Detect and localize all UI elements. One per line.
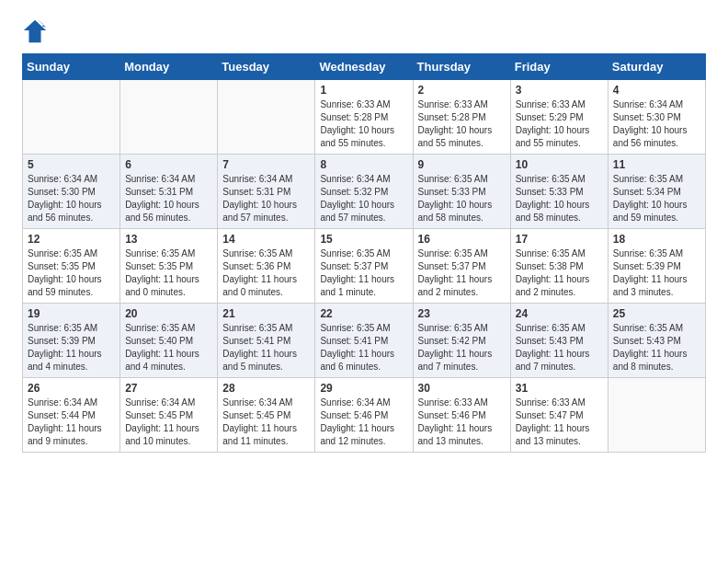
day-number: 13 [125, 233, 212, 246]
day-number: 11 [613, 158, 700, 171]
day-info: Sunrise: 6:35 AM Sunset: 5:35 PM Dayligh… [125, 247, 212, 299]
weekday-header-tuesday: Tuesday [218, 54, 315, 80]
day-number: 7 [222, 158, 310, 171]
calendar-cell: 19Sunrise: 6:35 AM Sunset: 5:39 PM Dayli… [23, 304, 120, 378]
day-info: Sunrise: 6:34 AM Sunset: 5:45 PM Dayligh… [125, 396, 212, 448]
weekday-header-thursday: Thursday [413, 54, 510, 80]
day-number: 5 [28, 158, 115, 171]
weekday-header-saturday: Saturday [608, 54, 705, 80]
day-number: 1 [320, 84, 407, 97]
calendar-cell: 23Sunrise: 6:35 AM Sunset: 5:42 PM Dayli… [413, 304, 510, 378]
day-number: 19 [28, 307, 115, 320]
day-number: 16 [418, 233, 506, 246]
calendar-cell: 10Sunrise: 6:35 AM Sunset: 5:33 PM Dayli… [510, 155, 608, 229]
day-number: 2 [418, 84, 506, 97]
day-number: 31 [516, 382, 603, 395]
calendar-cell: 21Sunrise: 6:35 AM Sunset: 5:41 PM Dayli… [218, 304, 315, 378]
calendar-cell: 22Sunrise: 6:35 AM Sunset: 5:41 PM Dayli… [315, 304, 413, 378]
day-number: 27 [125, 382, 212, 395]
day-number: 9 [418, 158, 506, 171]
day-info: Sunrise: 6:35 AM Sunset: 5:36 PM Dayligh… [222, 247, 310, 299]
calendar-cell: 26Sunrise: 6:34 AM Sunset: 5:44 PM Dayli… [23, 378, 120, 453]
weekday-header-monday: Monday [120, 54, 218, 80]
day-number: 14 [222, 233, 310, 246]
calendar-cell: 9Sunrise: 6:35 AM Sunset: 5:33 PM Daylig… [413, 155, 510, 229]
calendar-cell: 28Sunrise: 6:34 AM Sunset: 5:45 PM Dayli… [218, 378, 315, 453]
day-number: 4 [613, 84, 700, 97]
calendar-cell: 27Sunrise: 6:34 AM Sunset: 5:45 PM Dayli… [120, 378, 218, 453]
calendar-week-3: 12Sunrise: 6:35 AM Sunset: 5:35 PM Dayli… [23, 229, 706, 304]
calendar-week-2: 5Sunrise: 6:34 AM Sunset: 5:30 PM Daylig… [23, 155, 706, 229]
calendar-cell: 4Sunrise: 6:34 AM Sunset: 5:30 PM Daylig… [608, 80, 705, 155]
calendar-cell: 3Sunrise: 6:33 AM Sunset: 5:29 PM Daylig… [510, 80, 608, 155]
calendar-cell: 12Sunrise: 6:35 AM Sunset: 5:35 PM Dayli… [23, 229, 120, 304]
calendar-cell: 18Sunrise: 6:35 AM Sunset: 5:39 PM Dayli… [608, 229, 705, 304]
calendar-week-1: 1Sunrise: 6:33 AM Sunset: 5:28 PM Daylig… [23, 80, 706, 155]
calendar-week-5: 26Sunrise: 6:34 AM Sunset: 5:44 PM Dayli… [23, 378, 706, 453]
day-info: Sunrise: 6:35 AM Sunset: 5:33 PM Dayligh… [516, 173, 603, 224]
day-info: Sunrise: 6:35 AM Sunset: 5:42 PM Dayligh… [418, 322, 506, 373]
calendar-cell: 13Sunrise: 6:35 AM Sunset: 5:35 PM Dayli… [120, 229, 218, 304]
calendar-cell: 20Sunrise: 6:35 AM Sunset: 5:40 PM Dayli… [120, 304, 218, 378]
day-info: Sunrise: 6:35 AM Sunset: 5:34 PM Dayligh… [613, 173, 700, 224]
calendar-cell: 11Sunrise: 6:35 AM Sunset: 5:34 PM Dayli… [608, 155, 705, 229]
day-number: 20 [125, 307, 212, 320]
calendar-cell [218, 80, 315, 155]
day-info: Sunrise: 6:34 AM Sunset: 5:46 PM Dayligh… [320, 396, 407, 448]
day-info: Sunrise: 6:35 AM Sunset: 5:37 PM Dayligh… [418, 247, 506, 299]
calendar-cell: 25Sunrise: 6:35 AM Sunset: 5:43 PM Dayli… [608, 304, 705, 378]
day-info: Sunrise: 6:35 AM Sunset: 5:41 PM Dayligh… [320, 322, 407, 373]
day-number: 26 [28, 382, 115, 395]
day-info: Sunrise: 6:33 AM Sunset: 5:29 PM Dayligh… [516, 98, 603, 150]
logo-icon [22, 18, 48, 44]
calendar-cell: 5Sunrise: 6:34 AM Sunset: 5:30 PM Daylig… [23, 155, 120, 229]
calendar-cell: 14Sunrise: 6:35 AM Sunset: 5:36 PM Dayli… [218, 229, 315, 304]
calendar-cell: 17Sunrise: 6:35 AM Sunset: 5:38 PM Dayli… [510, 229, 608, 304]
calendar-cell: 15Sunrise: 6:35 AM Sunset: 5:37 PM Dayli… [315, 229, 413, 304]
day-info: Sunrise: 6:35 AM Sunset: 5:39 PM Dayligh… [28, 322, 115, 373]
day-info: Sunrise: 6:33 AM Sunset: 5:46 PM Dayligh… [418, 396, 506, 448]
day-info: Sunrise: 6:35 AM Sunset: 5:37 PM Dayligh… [320, 247, 407, 299]
day-number: 18 [613, 233, 700, 246]
calendar-cell [120, 80, 218, 155]
calendar: SundayMondayTuesdayWednesdayThursdayFrid… [22, 53, 706, 453]
day-info: Sunrise: 6:35 AM Sunset: 5:41 PM Dayligh… [222, 322, 310, 373]
page: SundayMondayTuesdayWednesdayThursdayFrid… [0, 0, 728, 471]
calendar-week-4: 19Sunrise: 6:35 AM Sunset: 5:39 PM Dayli… [23, 304, 706, 378]
calendar-cell [608, 378, 705, 453]
calendar-cell: 29Sunrise: 6:34 AM Sunset: 5:46 PM Dayli… [315, 378, 413, 453]
day-number: 10 [516, 158, 603, 171]
day-info: Sunrise: 6:35 AM Sunset: 5:43 PM Dayligh… [613, 322, 700, 373]
day-number: 28 [222, 382, 310, 395]
day-number: 29 [320, 382, 407, 395]
calendar-cell: 16Sunrise: 6:35 AM Sunset: 5:37 PM Dayli… [413, 229, 510, 304]
day-number: 21 [222, 307, 310, 320]
day-number: 3 [516, 84, 603, 97]
calendar-cell [23, 80, 120, 155]
calendar-cell: 7Sunrise: 6:34 AM Sunset: 5:31 PM Daylig… [218, 155, 315, 229]
day-info: Sunrise: 6:34 AM Sunset: 5:31 PM Dayligh… [222, 173, 310, 224]
header [22, 18, 706, 44]
day-info: Sunrise: 6:35 AM Sunset: 5:43 PM Dayligh… [516, 322, 603, 373]
calendar-cell: 6Sunrise: 6:34 AM Sunset: 5:31 PM Daylig… [120, 155, 218, 229]
calendar-cell: 2Sunrise: 6:33 AM Sunset: 5:28 PM Daylig… [413, 80, 510, 155]
day-info: Sunrise: 6:35 AM Sunset: 5:40 PM Dayligh… [125, 322, 212, 373]
day-info: Sunrise: 6:35 AM Sunset: 5:33 PM Dayligh… [418, 173, 506, 224]
logo [22, 18, 51, 44]
weekday-header-sunday: Sunday [23, 54, 120, 80]
day-info: Sunrise: 6:34 AM Sunset: 5:30 PM Dayligh… [28, 173, 115, 224]
day-number: 22 [320, 307, 407, 320]
day-number: 17 [516, 233, 603, 246]
calendar-cell: 30Sunrise: 6:33 AM Sunset: 5:46 PM Dayli… [413, 378, 510, 453]
day-number: 25 [613, 307, 700, 320]
day-info: Sunrise: 6:33 AM Sunset: 5:28 PM Dayligh… [418, 98, 506, 150]
calendar-cell: 31Sunrise: 6:33 AM Sunset: 5:47 PM Dayli… [510, 378, 608, 453]
calendar-cell: 24Sunrise: 6:35 AM Sunset: 5:43 PM Dayli… [510, 304, 608, 378]
day-info: Sunrise: 6:33 AM Sunset: 5:47 PM Dayligh… [516, 396, 603, 448]
day-info: Sunrise: 6:34 AM Sunset: 5:45 PM Dayligh… [222, 396, 310, 448]
day-info: Sunrise: 6:35 AM Sunset: 5:38 PM Dayligh… [516, 247, 603, 299]
weekday-header-row: SundayMondayTuesdayWednesdayThursdayFrid… [23, 54, 706, 80]
calendar-cell: 8Sunrise: 6:34 AM Sunset: 5:32 PM Daylig… [315, 155, 413, 229]
calendar-cell: 1Sunrise: 6:33 AM Sunset: 5:28 PM Daylig… [315, 80, 413, 155]
day-info: Sunrise: 6:34 AM Sunset: 5:31 PM Dayligh… [125, 173, 212, 224]
